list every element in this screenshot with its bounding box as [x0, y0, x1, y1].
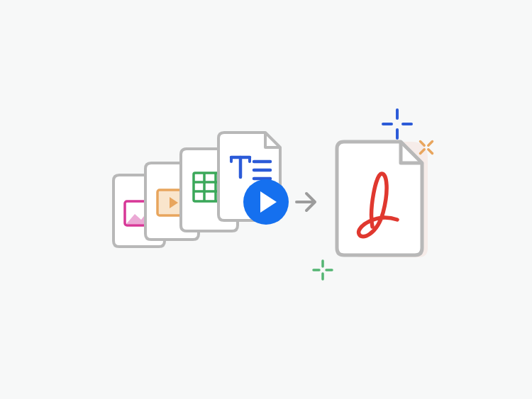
- svg-line-4: [428, 142, 433, 146]
- sparkle-blue-icon: [383, 110, 411, 138]
- conversion-illustration: [0, 0, 532, 399]
- arrow-right-icon: [297, 193, 315, 210]
- pdf-file-icon: [337, 142, 422, 255]
- play-button[interactable]: [243, 179, 289, 225]
- svg-line-7: [428, 150, 433, 154]
- sparkle-green-icon: [314, 261, 332, 279]
